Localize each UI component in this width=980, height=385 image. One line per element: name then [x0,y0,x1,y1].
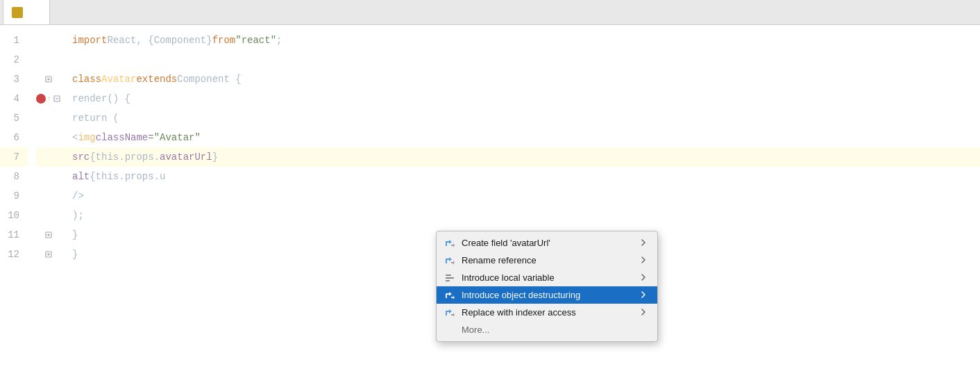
menu-item-label: Introduce object destructuring [462,290,635,300]
code-token: return ( [72,108,119,128]
menu-item-introduce-destructuring[interactable]: Introduce object destructuring [437,286,657,304]
code-line: src{this.props.avatarUrl} [61,147,980,167]
code-token: render() { [72,89,130,108]
fold-icon[interactable] [44,75,53,83]
gutter-cell [36,186,61,206]
refactor-icon [443,273,456,283]
code-token: extends [136,69,177,89]
file-tab[interactable] [3,0,50,24]
code-token: } [72,225,78,245]
code-token: React, {Component} [107,31,212,50]
line-number: 11 [0,225,28,245]
code-line [72,50,980,69]
menu-item-label: Introduce local variable [462,272,635,283]
line-number: 9 [0,186,28,206]
refactor-icon [443,238,456,248]
svg-rect-12 [446,277,454,279]
code-token: from [212,31,236,50]
submenu-arrow-icon [641,273,646,283]
code-token: img [78,128,95,147]
submenu-arrow-icon [641,238,646,248]
execution-arrow: ↑ [47,95,51,103]
menu-item-more[interactable]: More... [437,321,657,338]
line-numbers: 123456789101112 [0,25,36,385]
breakpoint-group: ↑ [36,94,61,104]
code-token: src [72,147,90,167]
code-token: {this.props.u [90,167,165,186]
code-token: ; [276,31,282,50]
code-line: render() { [72,89,980,108]
line-number: 3 [0,69,28,89]
submenu-arrow-icon [641,308,646,318]
gutter-cell [36,206,61,225]
line-number: 10 [0,206,28,225]
line-number: 6 [0,128,28,147]
menu-item-label: Replace with indexer access [462,307,635,318]
code-token: {this.props. [90,147,160,167]
gutter-cell [36,50,61,69]
code-line: import React, {Component} from "react"; [72,31,980,50]
code-token: class [72,69,101,89]
code-token: alt [72,167,90,186]
code-area: 123456789101112 ↑ import React, {Compone… [0,25,980,385]
menu-item-label: Create field 'avatarUrl' [462,238,635,248]
code-line: class Avatar extends Component { [72,69,980,89]
menu-item-label: Rename reference [462,255,635,265]
line-number: 8 [0,167,28,186]
line-number: 12 [0,245,28,264]
code-line: /> [72,186,980,206]
gutter-cell: ↑ [36,89,61,108]
code-token: /> [72,186,84,206]
gutter-cell [36,225,61,245]
svg-rect-13 [446,280,450,281]
gutter-cell [36,31,61,50]
js-file-icon [12,7,23,18]
gutter-cell [36,69,61,89]
code-token: < [72,128,78,147]
code-line: <img className="Avatar" [72,128,980,147]
gutter-cell [36,147,61,167]
code-line: alt{this.props.u [72,167,980,186]
tab-close-button[interactable] [31,8,41,17]
code-token: ="Avatar" [148,128,201,147]
code-token: "react" [235,31,276,50]
code-token: Component { [177,69,241,89]
fold-icon[interactable] [53,95,61,103]
submenu-arrow-icon [641,290,646,300]
gutter-cell [36,108,61,128]
code-token: avatarUrl [160,147,212,167]
code-token: } [212,147,218,167]
code-token: ); [72,206,84,225]
code-line: ); [72,206,980,225]
menu-more-label: More... [462,325,646,335]
menu-item-replace-indexer[interactable]: Replace with indexer access [437,304,657,321]
more-icon [443,325,456,335]
menu-item-rename-reference[interactable]: Rename reference [437,252,657,269]
editor-window: 123456789101112 ↑ import React, {Compone… [0,0,980,385]
code-line: return ( [72,108,980,128]
line-number: 2 [0,50,28,69]
line-number: 5 [0,108,28,128]
code-token: className [96,128,149,147]
context-menu: Create field 'avatarUrl'Rename reference… [436,231,658,342]
gutter-cell [36,128,61,147]
fold-icon[interactable] [44,250,53,259]
svg-rect-11 [446,275,451,276]
line-number: 7 [0,147,28,167]
refactor-icon [443,256,456,265]
code-token: } [72,245,78,264]
refactor-icon [443,308,456,318]
line-number: 1 [0,31,28,50]
line-number: 4 [0,89,28,108]
gutter-area: ↑ [36,25,61,385]
code-token: import [72,31,107,50]
refactor-icon [443,290,456,300]
fold-icon[interactable] [44,231,53,239]
menu-item-introduce-local[interactable]: Introduce local variable [437,269,657,286]
gutter-cell [36,167,61,186]
submenu-arrow-icon [641,256,646,265]
tab-bar [0,0,980,25]
gutter-cell [36,245,61,264]
menu-item-create-field[interactable]: Create field 'avatarUrl' [437,234,657,252]
breakpoint-icon[interactable] [36,94,46,104]
